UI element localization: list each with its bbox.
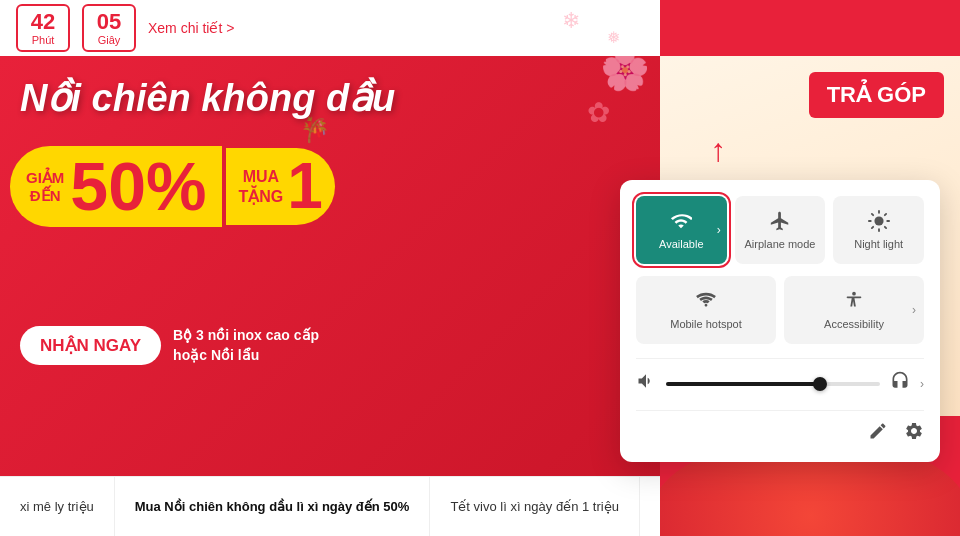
svg-point-9 [852,292,856,296]
top-bar: 42 Phút 05 Giây Xem chi tiết > ❄ ❅ [0,0,660,56]
main-banner: 🧧 🎋 Nồi chiên không dầu GIẢMĐẾN 50% MUAT… [0,56,660,536]
seconds-label: Giây [94,34,124,46]
quick-settings-panel: › Available Airplane mode Night [620,180,940,462]
percent-label: 50% [70,156,206,217]
ticker-item-3: Tết vivo lì xì ngày đến 1 triệu [430,477,640,536]
product-line2: hoặc Nồi lẩu [173,347,259,363]
night-light-icon [868,210,890,232]
airplane-label: Airplane mode [745,238,816,250]
nhan-ngay-section: NHẬN NGAY Bộ 3 nồi inox cao cấp hoặc Nồi… [20,326,319,365]
snowflake-decoration-2: ❅ [607,28,620,47]
volume-slider-track[interactable] [666,382,880,386]
mobile-hotspot-button[interactable]: Mobile hotspot [636,276,776,344]
airplane-icon [769,210,791,232]
minutes-number: 42 [28,10,58,34]
night-light-button[interactable]: Night light [833,196,924,264]
banner-title: Nồi chiên không dầu [20,76,395,120]
product-desc: Bộ 3 nồi inox cao cấp hoặc Nồi lẩu [173,326,319,365]
minutes-timer: 42 Phút [16,4,70,52]
mua-tang-label: MUATẶNG [238,167,283,205]
mua-tang-badge: MUATẶNG 1 [226,148,334,226]
svg-line-7 [872,227,873,228]
hotspot-label: Mobile hotspot [670,318,742,330]
discount-section: GIẢMĐẾN 50% MUATẶNG 1 [10,146,335,227]
seconds-number: 05 [94,10,124,34]
arrow-indicator: ↓ [710,136,726,173]
ticker-text-3: Tết vivo lì xì ngày đến 1 triệu [450,499,619,514]
red-envelope-2: 🎋 [300,116,330,144]
wifi-chevron: › [717,223,721,237]
volume-chevron[interactable]: › [920,377,924,391]
wifi-label: Available [659,238,703,250]
mua-tang-number: 1 [287,158,323,216]
speaker-svg [636,371,656,391]
accessibility-chevron: › [912,303,916,317]
ticker-item-4: Thiết bị thông m... Xiaomi giá cực ... [640,477,660,536]
accessibility-button[interactable]: › Accessibility [784,276,924,344]
nhan-ngay-button[interactable]: NHẬN NGAY [20,326,161,365]
accessibility-label: Accessibility [824,318,884,330]
headphone-icon [890,371,910,396]
snowflake-decoration: ❄ [562,8,580,34]
giam-den-label: GIẢMĐẾN [26,169,64,205]
speaker-icon [636,371,656,396]
volume-slider-thumb [813,377,827,391]
quick-settings-bottom-bar [636,410,924,446]
minutes-label: Phút [28,34,58,46]
gear-svg [904,421,924,441]
product-line1: Bộ 3 nồi inox cao cấp [173,327,319,343]
airplane-mode-button[interactable]: Airplane mode [735,196,826,264]
svg-point-0 [874,216,883,225]
svg-line-8 [884,214,885,215]
night-light-label: Night light [854,238,903,250]
ticker-bar: xi mê ly triệu Mua Nồi chiên không dầu l… [0,476,660,536]
discount-badge: GIẢMĐẾN 50% [10,146,222,227]
accessibility-icon [843,290,865,312]
settings-icon[interactable] [904,421,924,446]
ticker-text-2: Mua Nồi chiên không dầu lì xì ngày đến 5… [135,499,410,514]
edit-icon[interactable] [868,421,888,446]
ticker-item-2: Mua Nồi chiên không dầu lì xì ngày đến 5… [115,477,431,536]
headphone-svg [890,371,910,391]
volume-row: › [636,358,924,400]
hotspot-icon [695,290,717,312]
wifi-icon [670,210,692,232]
pencil-svg [868,421,888,441]
view-detail-link[interactable]: Xem chi tiết > [148,20,234,36]
tra-gop-badge: TRẢ GÓP [809,72,944,118]
svg-line-4 [884,227,885,228]
wifi-button[interactable]: › Available [636,196,727,264]
seconds-timer: 05 Giây [82,4,136,52]
flower-deco: 🌸 [600,56,650,93]
quick-settings-row2: Mobile hotspot › Accessibility [636,276,924,344]
volume-slider-fill [666,382,820,386]
ticker-text-1: xi mê ly triệu [20,499,94,514]
quick-settings-row1: › Available Airplane mode Night [636,196,924,264]
ticker-item-1: xi mê ly triệu [0,477,115,536]
svg-line-3 [872,214,873,215]
flower-deco-2: ✿ [587,96,610,129]
